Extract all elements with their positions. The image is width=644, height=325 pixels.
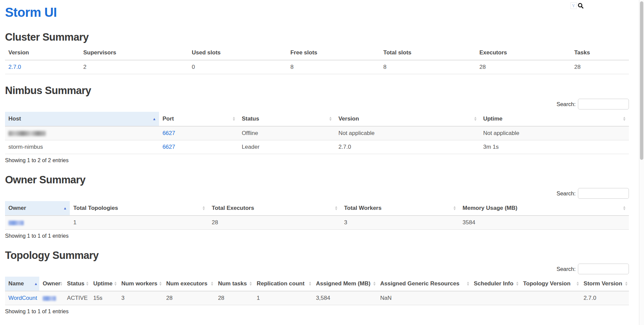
- sort-asc-icon: ▲: [34, 282, 38, 286]
- col-num-executors[interactable]: Num executors ▲▼: [163, 277, 215, 291]
- col-executors: Executors: [476, 46, 571, 60]
- topology-search-label: Search:: [556, 266, 576, 272]
- col-uptime[interactable]: Uptime ▲▼: [480, 112, 629, 126]
- table-row: storm-nimbus 6627 Leader 2.7.0 3m 1s: [5, 140, 629, 154]
- nimbus-search-row: Search:: [5, 99, 629, 109]
- used-slots-value: 0: [189, 60, 287, 74]
- owner-entries-info: Showing 1 to 1 of 1 entries: [5, 233, 629, 239]
- col-name[interactable]: Name ▲: [5, 277, 39, 291]
- col-supervisors: Supervisors: [80, 46, 189, 60]
- owner-search-row: Search:: [5, 188, 629, 199]
- topology-version-value: [520, 291, 580, 305]
- port-link[interactable]: 6627: [162, 144, 175, 150]
- supervisors-value: 2: [80, 60, 189, 74]
- version-value: 2.7.0: [335, 140, 480, 154]
- total-topologies-value: 1: [70, 216, 208, 230]
- sort-icons: ▲▼: [249, 281, 252, 286]
- redacted-owner[interactable]: [43, 296, 56, 301]
- nimbus-search-input[interactable]: [578, 99, 629, 109]
- sort-icons: ▲▼: [453, 206, 456, 211]
- col-host[interactable]: Host ▲: [5, 112, 159, 126]
- owner-search-label: Search:: [556, 190, 576, 197]
- col-total-workers[interactable]: Total Workers ▲▼: [341, 201, 459, 216]
- topology-name-link[interactable]: WordCount: [8, 295, 37, 301]
- col-topology-version[interactable]: Topology Version ▲▼: [520, 277, 580, 291]
- sort-icons: ▲▼: [623, 117, 626, 121]
- host-value: storm-nimbus: [5, 140, 159, 154]
- owner-summary-table: Owner ▲ Total Topologies ▲▼ Total Execut…: [5, 201, 629, 230]
- memory-usage-value: 3584: [459, 216, 629, 230]
- sort-icons: ▲▼: [232, 117, 235, 121]
- owner-summary-heading: Owner Summary: [5, 174, 629, 186]
- col-scheduler-info[interactable]: Scheduler Info ▲▼: [470, 277, 520, 291]
- nimbus-entries-info: Showing 1 to 2 of 2 entries: [5, 157, 629, 164]
- nimbus-search-label: Search:: [556, 101, 576, 107]
- sort-icons: ▲▼: [114, 281, 117, 286]
- cluster-summary-table: Version Supervisors Used slots Free slot…: [5, 46, 629, 74]
- col-owner[interactable]: Owner ▲: [5, 201, 70, 216]
- col-replication-count[interactable]: Replication count ▲▼: [253, 277, 313, 291]
- num-executors-value: 28: [163, 291, 215, 305]
- col-topo-uptime[interactable]: Uptime ▲▼: [90, 277, 118, 291]
- uptime-value: 3m 1s: [480, 140, 629, 154]
- nimbus-summary-table: Host ▲ Port ▲▼ Status ▲▼ Version ▲▼ Upti…: [5, 112, 629, 154]
- sort-icons: ▲▼: [202, 206, 205, 211]
- col-tasks: Tasks: [571, 46, 629, 60]
- topbar-icons: Y: [571, 2, 584, 9]
- sort-asc-icon: ▲: [153, 117, 156, 121]
- replication-count-value: 1: [253, 291, 313, 305]
- sort-icons: ▲▼: [159, 281, 162, 286]
- uptime-value: Not applicable: [480, 126, 629, 140]
- sort-icons: ▲▼: [373, 281, 376, 286]
- page-scrollbar[interactable]: [639, 0, 644, 325]
- sort-icons: ▲▼: [211, 281, 214, 286]
- col-status[interactable]: Status ▲▼: [238, 112, 335, 126]
- table-row: WordCount ACTIVE 15s 3 28 28 1 3,584 NaN…: [5, 291, 629, 305]
- col-total-topologies[interactable]: Total Topologies ▲▼: [70, 201, 208, 216]
- page-title[interactable]: Storm UI: [5, 5, 629, 20]
- col-assigned-mem[interactable]: Assigned Mem (MB) ▲▼: [313, 277, 377, 291]
- col-total-executors[interactable]: Total Executors ▲▼: [208, 201, 340, 216]
- owner-search-input[interactable]: [578, 188, 629, 199]
- nimbus-header-row: Host ▲ Port ▲▼ Status ▲▼ Version ▲▼ Upti…: [5, 112, 629, 126]
- cluster-summary-heading: Cluster Summary: [5, 31, 629, 43]
- col-topo-owner[interactable]: Owner ▲▼: [39, 277, 64, 291]
- sort-asc-icon: ▲: [63, 206, 67, 210]
- cluster-header-row: Version Supervisors Used slots Free slot…: [5, 46, 629, 60]
- owner-header-row: Owner ▲ Total Topologies ▲▼ Total Execut…: [5, 201, 629, 216]
- total-slots-value: 8: [380, 60, 476, 74]
- scrollbar-thumb[interactable]: [640, 1, 643, 160]
- sort-icons: ▲▼: [474, 117, 477, 121]
- col-assigned-generic-resources[interactable]: Assigned Generic Resources ▲▼: [377, 277, 470, 291]
- num-workers-value: 3: [118, 291, 163, 305]
- topology-summary-heading: Topology Summary: [5, 249, 629, 262]
- col-num-workers[interactable]: Num workers ▲▼: [118, 277, 163, 291]
- num-tasks-value: 28: [215, 291, 253, 305]
- col-storm-version[interactable]: Storm Version ▲▼: [580, 277, 629, 291]
- assigned-mem-value: 3,584: [313, 291, 377, 305]
- version-value: Not applicable: [335, 126, 480, 140]
- redacted-owner[interactable]: [8, 221, 24, 225]
- port-link[interactable]: 6627: [162, 130, 175, 136]
- sort-icons: ▲▼: [309, 281, 312, 286]
- sort-icons: ▲▼: [625, 281, 628, 286]
- version-link[interactable]: 2.7.0: [8, 64, 21, 70]
- topology-entries-info: Showing 1 to 1 of 1 entries: [5, 309, 629, 315]
- cluster-row: 2.7.0 2 0 8 8 28 28: [5, 60, 629, 74]
- topo-uptime-value: 15s: [90, 291, 118, 305]
- col-nimbus-version[interactable]: Version ▲▼: [335, 112, 480, 126]
- table-row: 6627 Offline Not applicable Not applicab…: [5, 126, 629, 140]
- executors-value: 28: [476, 60, 571, 74]
- search-icon[interactable]: [578, 3, 584, 9]
- col-memory-usage[interactable]: Memory Usage (MB) ▲▼: [459, 201, 629, 216]
- tasks-value: 28: [571, 60, 629, 74]
- redacted-host: [8, 131, 46, 136]
- total-executors-value: 28: [208, 216, 340, 230]
- col-port[interactable]: Port ▲▼: [159, 112, 238, 126]
- col-free-slots: Free slots: [287, 46, 380, 60]
- col-num-tasks[interactable]: Num tasks ▲▼: [215, 277, 253, 291]
- sort-icons: ▲▼: [86, 281, 89, 286]
- col-topo-status[interactable]: Status ▲▼: [64, 277, 90, 291]
- sort-icons: ▲▼: [60, 281, 63, 286]
- topology-search-input[interactable]: [578, 264, 629, 274]
